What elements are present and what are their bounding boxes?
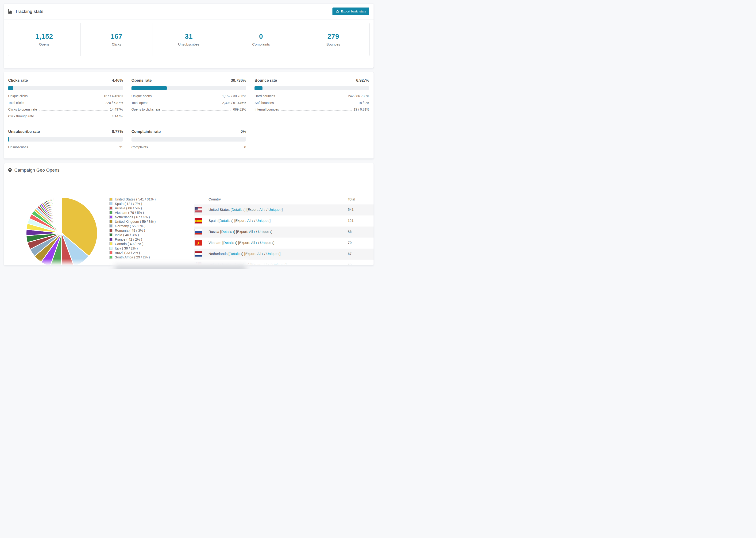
rate-row-value: 19 / 6.81% (353, 108, 369, 111)
stat-opens: 1,152Opens (8, 23, 80, 56)
country-total: 541 (348, 207, 353, 211)
legend-label: Netherlands ( 67 / 4% ) (115, 215, 150, 219)
stat-bounces: 279Bounces (297, 23, 369, 56)
export-unique-link[interactable]: Unique › (256, 219, 270, 223)
details-link[interactable]: Details › (229, 252, 242, 256)
stat-value: 1,152 (35, 32, 53, 40)
details-link[interactable]: Details › (221, 230, 234, 234)
export-all-link[interactable]: All › (259, 207, 266, 211)
geo-header: Campaign Geo Opens (4, 163, 374, 177)
rate-row-label: Complaints (132, 145, 148, 149)
rate-row-label: Internal bounces (254, 108, 279, 111)
legend-item: Germany ( 55 / 3% ) (109, 224, 156, 228)
rate-row-value: 1,152 / 30.736% (222, 94, 246, 98)
pie-legend: United States ( 541 / 31% )Spain ( 121 /… (109, 197, 156, 259)
tracking-stats-card: Tracking stats Export basic stats 1,152O… (4, 3, 374, 68)
country-name: Vietnam (208, 241, 221, 244)
rate-value: 6.927% (356, 78, 369, 82)
ru-flag-icon (194, 229, 202, 235)
rate-row: Soft bounces18 / 0% (254, 101, 369, 108)
progress-bar-fill (8, 137, 9, 141)
export-all-link[interactable]: All › (263, 263, 269, 265)
dotted-leader (30, 148, 117, 148)
legend-item: Romania ( 49 / 3% ) (109, 228, 156, 233)
legend-label: Spain ( 121 / 7% ) (115, 202, 142, 206)
export-all-link[interactable]: All › (249, 230, 255, 234)
us-flag-icon (194, 207, 202, 213)
rate-row-value: 167 / 4.456% (104, 94, 123, 98)
export-unique-link[interactable]: Unique › (260, 241, 274, 244)
details-link[interactable]: Details › (220, 219, 233, 223)
rate-block-bounce-rate: Bounce rate6.927%Hard bounces242 / 86.73… (254, 77, 369, 121)
rate-title: Unsubscribe rate (8, 129, 40, 134)
country-name: Netherlands (208, 252, 228, 256)
summary-stats-box: 1,152Opens167Clicks31Unsubscribes0Compla… (8, 23, 369, 56)
legend-swatch (109, 198, 112, 201)
rate-title: Complaints rate (132, 129, 161, 134)
stat-label: Clicks (112, 42, 121, 46)
legend-swatch (109, 233, 112, 237)
legend-item: Canada ( 40 / 2% ) (109, 242, 156, 246)
legend-item: United Kingdom ( 59 / 3% ) (109, 219, 156, 224)
geo-table-header: Country Total (194, 194, 374, 204)
legend-item: South Africa ( 29 / 2% ) (109, 255, 156, 259)
rate-row: Internal bounces19 / 6.81% (254, 108, 369, 114)
export-all-link[interactable]: All › (247, 219, 253, 223)
geo-opens-table: Country Total United States [Details ›] … (194, 194, 374, 265)
progress-bar (132, 86, 246, 90)
es-flag-icon (194, 218, 202, 224)
rate-block-clicks-rate: Clicks rate4.46%Unique clicks167 / 4.456… (8, 77, 123, 121)
legend-swatch (109, 256, 112, 259)
rate-block-opens-rate: Opens rate30.736%Unique opens1,152 / 30.… (132, 77, 246, 121)
details-link[interactable]: Details › (223, 241, 236, 244)
details-link[interactable]: Details › (232, 207, 244, 211)
legend-swatch (109, 220, 112, 223)
export-unique-link[interactable]: Unique › (266, 252, 280, 256)
rate-value: 0% (241, 129, 246, 134)
page-title: Tracking stats (15, 9, 43, 14)
legend-label: Canada ( 40 / 2% ) (115, 242, 143, 246)
rate-block-unsubscribe-rate: Unsubscribe rate0.77%Unsubscribes31 (8, 128, 123, 152)
rate-row: Hard bounces242 / 86.738% (254, 94, 369, 101)
legend-swatch (109, 251, 112, 254)
tracking-stats-title: Tracking stats (8, 9, 43, 14)
export-all-link[interactable]: All › (257, 252, 263, 256)
geo-title: Campaign Geo Opens (8, 168, 60, 173)
stat-label: Complaints (252, 42, 270, 46)
rate-title: Bounce rate (254, 78, 277, 82)
nl-flag-icon (194, 251, 202, 257)
export-all-link[interactable]: All › (251, 241, 257, 244)
legend-label: Romania ( 49 / 3% ) (115, 229, 145, 232)
vn-flag-icon (194, 240, 202, 246)
legend-swatch (109, 242, 112, 245)
stat-value: 31 (185, 32, 192, 40)
dotted-leader (26, 104, 104, 104)
export-prefix: [Export: (234, 219, 246, 223)
legend-swatch (109, 247, 112, 250)
country-total: 67 (348, 252, 352, 256)
rate-row-value: 14.497% (110, 108, 123, 111)
country-total: 121 (348, 219, 353, 223)
rate-row-value: 220 / 5.87% (105, 101, 123, 105)
legend-swatch (109, 238, 112, 241)
legend-swatch (109, 224, 112, 228)
country-name: United States (208, 207, 230, 211)
export-unique-link[interactable]: Unique › (272, 263, 286, 265)
rate-row-label: Hard bounces (254, 94, 275, 98)
rate-title: Opens rate (132, 78, 152, 82)
legend-label: Russia ( 86 / 5% ) (115, 206, 142, 210)
legend-label: France ( 42 / 2% ) (115, 238, 142, 241)
export-unique-link[interactable]: Unique › (258, 230, 271, 234)
country-total: 59 (348, 263, 352, 265)
export-prefix: [Export: (246, 207, 259, 211)
legend-item: Brazil ( 33 / 2% ) (109, 250, 156, 255)
rate-row-label: Total clicks (8, 101, 24, 105)
rate-row: Unsubscribes31 (8, 145, 123, 152)
rate-value: 4.46% (112, 78, 123, 82)
export-unique-link[interactable]: Unique › (268, 207, 282, 211)
export-prefix: [Export: (244, 252, 257, 256)
rate-row-value: 0 (244, 145, 246, 149)
legend-item: Italy ( 36 / 2% ) (109, 246, 156, 250)
export-basic-stats-button[interactable]: Export basic stats (333, 8, 369, 15)
dotted-leader (276, 104, 356, 104)
